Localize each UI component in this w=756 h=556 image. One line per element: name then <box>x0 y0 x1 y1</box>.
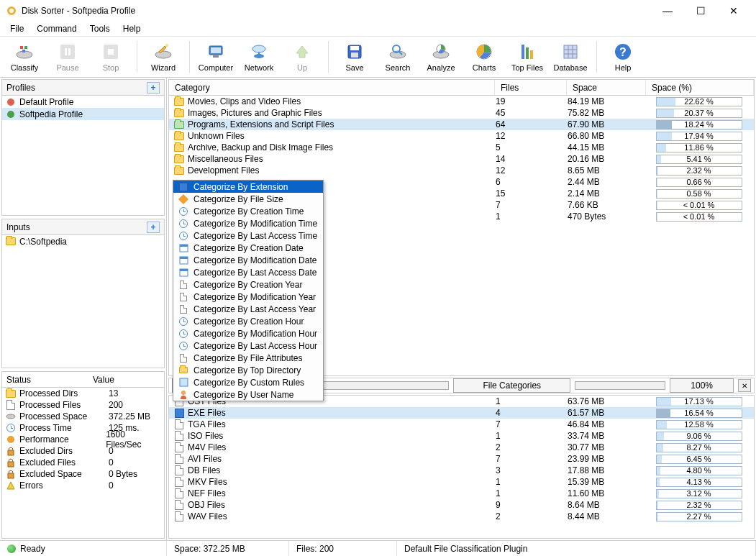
context-menu-item[interactable]: Categorize By Last Access Hour <box>173 339 323 352</box>
col-space-pct[interactable]: Space (%) <box>646 80 754 95</box>
toolbar: ClassifyPauseStopWizardComputerNetworkUp… <box>0 36 756 78</box>
context-menu-item[interactable]: Categorize By Custom Rules <box>173 376 323 388</box>
database-button[interactable]: Database <box>550 38 591 76</box>
grid-row[interactable]: Unknown Files1266.80 MB17.94 % <box>169 130 754 142</box>
folder-icon <box>178 365 189 376</box>
svg-rect-48 <box>180 257 188 259</box>
grid-row[interactable]: DB Files317.88 MB4.80 % <box>169 465 754 476</box>
context-menu-item[interactable]: Categorize By Modification Date <box>173 254 323 266</box>
input-item[interactable]: C:\Softpedia <box>2 235 164 247</box>
grid-row[interactable]: Archive, Backup and Disk Image Files544.… <box>169 142 754 153</box>
menu-tools[interactable]: Tools <box>84 22 116 35</box>
grid-row[interactable]: Movies, Clips and Video Files1984.19 MB2… <box>169 96 754 107</box>
file-categories-segment[interactable]: File Categories <box>453 378 570 393</box>
context-menu-item[interactable]: Categorize By Modification Time <box>173 217 323 229</box>
grid-row[interactable]: M4V Files230.77 MB8.27 % <box>169 442 754 453</box>
menu-file[interactable]: File <box>4 22 29 35</box>
context-menu-item[interactable]: Categorize By Last Access Date <box>173 266 323 278</box>
profile-item[interactable]: Default Profile <box>2 96 164 108</box>
grid-row[interactable]: OBJ Files98.64 MB2.32 % <box>169 499 754 511</box>
grid-row[interactable]: AVI Files723.99 MB6.45 % <box>169 453 754 465</box>
context-menu-item[interactable]: Categorize By Creation Year <box>173 278 323 291</box>
folder-icon <box>173 130 185 142</box>
close-panel-button[interactable]: ✕ <box>738 379 751 392</box>
grid-row[interactable]: TGA Files746.84 MB12.58 % <box>169 419 754 430</box>
grid-row[interactable]: Development Files128.65 MB2.32 % <box>169 165 754 176</box>
grid-row[interactable]: Miscellaneous Files1420.16 MB5.41 % <box>169 153 754 165</box>
pause-button: Pause <box>47 38 88 76</box>
analyze-button[interactable]: Analyze <box>421 38 461 76</box>
exe-icon <box>173 407 185 419</box>
svg-rect-5 <box>22 50 25 53</box>
context-menu-item[interactable]: Categorize By Creation Date <box>173 242 323 254</box>
svg-point-40 <box>6 414 15 419</box>
close-button[interactable]: ✕ <box>717 0 750 22</box>
status-files: Files: 200 <box>296 544 334 554</box>
stop-icon <box>101 42 121 62</box>
context-menu-item[interactable]: Categorize By File Attributes <box>173 352 323 364</box>
profile-item[interactable]: Softpedia Profile <box>2 108 164 120</box>
col-files[interactable]: Files <box>495 80 567 95</box>
zoom-slider[interactable] <box>575 381 665 390</box>
svg-rect-4 <box>24 46 27 49</box>
grid-row[interactable]: EXE Files461.57 MB16.54 % <box>169 407 754 419</box>
context-menu-item[interactable]: Categorize By User Name <box>173 388 323 401</box>
charts-button[interactable]: Charts <box>464 38 504 76</box>
menu-command[interactable]: Command <box>31 22 82 35</box>
context-menu-item[interactable]: Categorize By Modification Year <box>173 291 323 303</box>
svg-point-1 <box>9 9 14 13</box>
add-profile-button[interactable]: + <box>147 82 160 94</box>
col-category[interactable]: Category <box>169 80 495 95</box>
grid-row[interactable]: Images, Pictures and Graphic Files4575.8… <box>169 107 754 119</box>
search-icon <box>388 42 408 62</box>
help-button[interactable]: ?Help <box>603 38 643 76</box>
grid-row[interactable]: WAV Files28.44 MB2.27 % <box>169 511 754 522</box>
svg-text:?: ? <box>619 46 627 58</box>
percent-bar: 2.27 % <box>656 512 742 521</box>
status-row: Processed Dirs13 <box>2 388 164 399</box>
percent-bar: 0.66 % <box>656 178 742 187</box>
network-button[interactable]: Network <box>239 38 279 76</box>
context-menu-item[interactable]: Categorize By Creation Time <box>173 205 323 217</box>
context-menu-item[interactable]: Categorize By Top Directory <box>173 364 323 376</box>
clock-icon <box>178 206 189 217</box>
grid-row[interactable]: NEF Files111.60 MB3.12 % <box>169 488 754 499</box>
search-button[interactable]: Search <box>378 38 418 76</box>
svg-rect-21 <box>351 53 358 58</box>
range-slider[interactable] <box>320 381 449 390</box>
menu-help[interactable]: Help <box>117 22 147 35</box>
grid-row[interactable]: ISO Files133.74 MB9.06 % <box>169 430 754 442</box>
classify-button[interactable]: Classify <box>4 38 45 76</box>
status-plugin: Default File Classification Plugin <box>404 544 527 554</box>
context-menu-item[interactable]: Categorize By Extension <box>173 181 323 193</box>
minimize-button[interactable]: — <box>651 0 684 22</box>
folder-icon <box>173 96 185 107</box>
svg-point-12 <box>165 44 168 47</box>
zoom-label[interactable]: 100% <box>670 378 734 393</box>
lock-icon <box>5 445 17 457</box>
context-menu-item[interactable]: Categorize By Creation Hour <box>173 315 323 327</box>
percent-bar: < 0.01 % <box>656 201 742 210</box>
topfiles-button[interactable]: Top Files <box>507 38 547 76</box>
svg-rect-15 <box>213 55 219 58</box>
percent-bar: 18.24 % <box>656 120 742 129</box>
context-menu-item[interactable]: Categorize By Modification Hour <box>173 327 323 339</box>
grid-row[interactable]: Programs, Extensions and Script Files646… <box>169 119 754 130</box>
percent-bar: 4.80 % <box>656 466 742 475</box>
svg-point-41 <box>7 436 14 443</box>
context-menu-item[interactable]: Categorize By Last Access Time <box>173 229 323 242</box>
svg-rect-42 <box>8 450 14 455</box>
save-button[interactable]: Save <box>334 38 375 76</box>
context-menu-item[interactable]: Categorize By File Size <box>173 193 323 205</box>
percent-bar: 5.41 % <box>656 155 742 164</box>
maximize-button[interactable]: ☐ <box>684 0 717 22</box>
svg-point-39 <box>7 111 14 118</box>
grid-row[interactable]: MKV Files115.39 MB4.13 % <box>169 476 754 488</box>
wizard-button[interactable]: Wizard <box>143 38 183 76</box>
file-icon <box>173 442 185 453</box>
context-menu-item[interactable]: Categorize By Last Access Year <box>173 303 323 315</box>
col-space[interactable]: Space <box>567 80 646 95</box>
computer-button[interactable]: Computer <box>196 38 236 76</box>
add-input-button[interactable]: + <box>147 222 160 233</box>
file-icon <box>173 419 185 430</box>
